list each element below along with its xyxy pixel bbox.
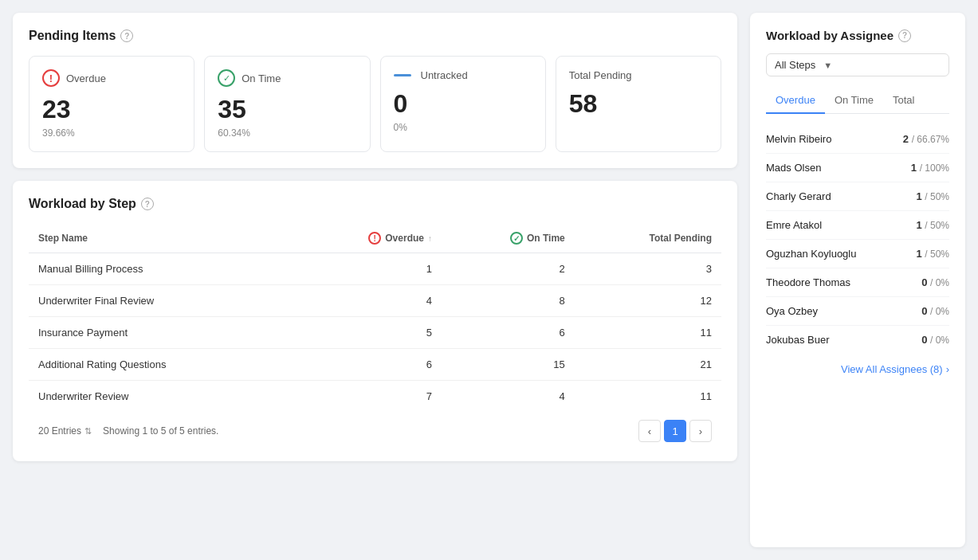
step-overdue-cell: 5 [293, 317, 442, 349]
col-total: Total Pending [575, 224, 721, 253]
step-name-cell: Underwriter Review [29, 381, 293, 413]
next-page-button[interactable]: › [689, 420, 712, 442]
assignee-pct: / 50% [925, 191, 949, 202]
assignee-name: Oguzhan Koyluoglu [766, 248, 856, 260]
assignee-name: Theodore Thomas [766, 276, 850, 288]
list-item: Emre Atakol 1 / 50% [766, 211, 949, 240]
col-overdue-icon: ! [368, 232, 381, 245]
ontime-icon: ✓ [218, 69, 235, 87]
entries-sort-icon[interactable]: ⇅ [84, 426, 92, 437]
table-row: Underwriter Review 7 4 11 [29, 381, 721, 413]
pending-untracked-item: Untracked 0 0% [380, 56, 546, 152]
workload-step-help-icon[interactable]: ? [141, 198, 154, 210]
sort-icon[interactable]: ↑ [428, 234, 432, 243]
table-row: Underwriter Final Review 4 8 12 [29, 285, 721, 317]
pending-items-label: Pending Items [29, 29, 116, 43]
step-overdue-cell: 4 [293, 285, 442, 317]
assignee-stats: 1 / 50% [916, 248, 949, 260]
tab-total[interactable]: Total [883, 88, 924, 114]
prev-page-button[interactable]: ‹ [638, 420, 661, 442]
overdue-label: Overdue [66, 72, 106, 84]
step-total-cell: 12 [575, 285, 721, 317]
assignee-pct: / 50% [925, 249, 949, 260]
assignee-tabs: Overdue On Time Total [766, 88, 949, 114]
step-total-cell: 11 [575, 381, 721, 413]
pending-grid: ! Overdue 23 39.66% ✓ On Time 35 60.34% [29, 56, 721, 152]
list-item: Oguzhan Koyluoglu 1 / 50% [766, 240, 949, 268]
list-item: Melvin Ribeiro 2 / 66.67% [766, 125, 949, 154]
pending-total-header: Total Pending [569, 69, 708, 81]
assignee-name: Melvin Ribeiro [766, 133, 831, 145]
step-overdue-cell: 7 [293, 381, 442, 413]
assignee-stats: 1 / 50% [916, 190, 949, 202]
pending-total-item: Total Pending 58 [556, 56, 721, 152]
step-name-cell: Insurance Payment [29, 317, 293, 349]
step-overdue-cell: 1 [293, 253, 442, 285]
list-item: Oya Ozbey 0 / 0% [766, 297, 949, 326]
workload-assignee-panel: Workload by Assignee ? All Steps ▼ Overd… [750, 13, 965, 547]
untracked-number: 0 [394, 89, 532, 119]
pagination-bar: 20 Entries ⇅ Showing 1 to 5 of 5 entries… [29, 412, 721, 445]
entries-control: 20 Entries ⇅ Showing 1 to 5 of 5 entries… [38, 425, 218, 437]
workload-step-card: Workload by Step ? Step Name ! Overdue ↑ [13, 181, 737, 461]
pending-help-icon[interactable]: ? [120, 29, 133, 42]
assignee-count: 1 [916, 248, 921, 260]
untracked-icon [394, 74, 411, 76]
assignee-count: 1 [916, 219, 921, 231]
assignee-count: 0 [921, 334, 927, 346]
step-total-cell: 11 [575, 317, 721, 349]
assignee-stats: 0 / 0% [921, 305, 949, 317]
assignee-stats: 0 / 0% [921, 334, 949, 346]
total-label: Total Pending [569, 69, 632, 81]
col-ontime-icon: ✓ [510, 232, 523, 245]
page-1-button[interactable]: 1 [664, 420, 686, 442]
total-number: 58 [569, 89, 708, 119]
assignee-count: 0 [921, 276, 927, 288]
step-ontime-cell: 2 [442, 253, 575, 285]
assignee-help-icon[interactable]: ? [898, 29, 911, 42]
step-ontime-cell: 8 [442, 285, 575, 317]
tab-ontime[interactable]: On Time [825, 88, 883, 114]
assignee-list: Melvin Ribeiro 2 / 66.67% Mads Olsen 1 /… [766, 125, 949, 354]
workload-step-title: Workload by Step ? [29, 197, 721, 211]
assignee-count: 0 [921, 305, 927, 317]
pending-overdue-header: ! Overdue [42, 69, 181, 87]
table-row: Insurance Payment 5 6 11 [29, 317, 721, 349]
view-all-assignees-link[interactable]: View All Assignees (8) › [766, 363, 949, 375]
untracked-label: Untracked [421, 69, 468, 81]
untracked-pct: 0% [394, 122, 532, 133]
list-item: Jokubas Buer 0 / 0% [766, 326, 949, 354]
view-all-arrow-icon: › [946, 363, 949, 375]
assignee-count: 2 [903, 133, 909, 145]
list-item: Theodore Thomas 0 / 0% [766, 268, 949, 297]
assignee-stats: 0 / 0% [921, 276, 949, 288]
all-steps-dropdown[interactable]: All Steps ▼ [766, 53, 949, 76]
workload-assignee-title: Workload by Assignee ? [766, 29, 949, 42]
dropdown-arrow-icon: ▼ [823, 61, 832, 70]
showing-label: Showing 1 to 5 of 5 entries. [103, 425, 218, 437]
tab-overdue[interactable]: Overdue [766, 88, 825, 114]
assignee-stats: 2 / 66.67% [903, 133, 949, 145]
step-total-cell: 21 [575, 349, 721, 381]
assignee-name: Mads Olsen [766, 162, 821, 174]
overdue-pct: 39.66% [42, 127, 181, 139]
pending-items-title: Pending Items ? [29, 29, 721, 43]
assignee-count: 1 [916, 190, 921, 202]
step-ontime-cell: 15 [442, 349, 575, 381]
page-controls: ‹ 1 › [638, 420, 712, 442]
step-name-cell: Additional Rating Questions [29, 349, 293, 381]
assignee-pct: / 0% [930, 335, 949, 346]
assignee-pct: / 50% [925, 220, 949, 231]
ontime-pct: 60.34% [218, 127, 356, 139]
dropdown-label: All Steps [775, 59, 815, 71]
assignee-stats: 1 / 50% [916, 219, 949, 231]
col-step-name: Step Name [29, 224, 293, 253]
pending-items-card: Pending Items ? ! Overdue 23 39.66% ✓ [13, 13, 737, 168]
assignee-pct: / 100% [920, 163, 949, 174]
assignee-name: Charly Gerard [766, 190, 831, 202]
assignee-name: Jokubas Buer [766, 334, 830, 346]
pending-untracked-header: Untracked [394, 69, 532, 81]
step-total-cell: 3 [575, 253, 721, 285]
col-ontime: ✓ On Time [442, 224, 575, 253]
overdue-number: 23 [42, 95, 181, 124]
